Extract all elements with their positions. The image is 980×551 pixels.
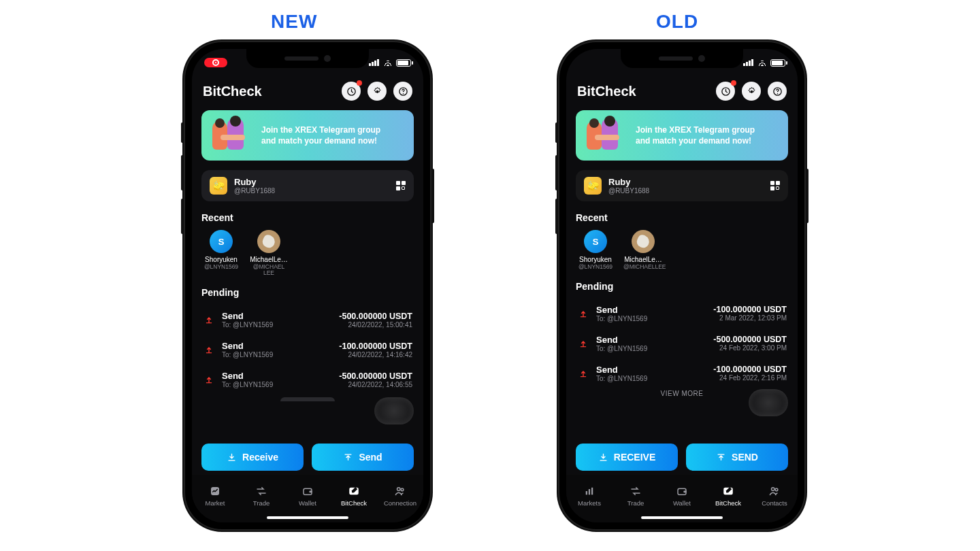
qr-icon[interactable] — [396, 181, 406, 190]
tx-date: 24/02/2022, 15:00:41 — [339, 321, 412, 329]
user-card[interactable]: 🧽 Ruby @RUBY1688 — [576, 170, 788, 201]
receive-button[interactable]: Receive — [201, 444, 304, 471]
contact-handle: @LNYN1569 — [201, 264, 241, 270]
history-icon[interactable] — [716, 82, 735, 101]
tab-wallet[interactable]: Wallet — [287, 484, 328, 507]
promo-text-2: and match your demand now! — [261, 135, 380, 146]
transaction-row[interactable]: Send To: @LNYN1569 -500.000000 USDT 24/0… — [201, 305, 414, 335]
svg-point-26 — [772, 487, 775, 490]
help-icon[interactable] — [393, 82, 412, 101]
tab-contacts[interactable]: Contacts — [754, 484, 795, 507]
svg-rect-17 — [581, 316, 586, 317]
tx-date: 24/02/2022, 14:06:55 — [339, 381, 412, 388]
tab-label: Trade — [615, 499, 656, 507]
tab-label: Trade — [241, 499, 282, 507]
promo-banner[interactable]: Join the XREX Telegram group and match y… — [576, 110, 788, 161]
svg-rect-9 — [309, 490, 312, 492]
tx-recipient: To: @LNYN1569 — [596, 345, 706, 352]
tab-icon — [569, 484, 610, 498]
transaction-row[interactable]: Send To: @LNYN1569 -100.000000 USDT 2 Ma… — [576, 299, 788, 329]
tab-market[interactable]: Market — [195, 484, 235, 507]
send-button[interactable]: Send — [312, 444, 414, 471]
cell-signal-icon — [369, 59, 380, 66]
transaction-row[interactable]: Send To: @LNYN1569 -100.000000 USDT 24/0… — [201, 335, 414, 365]
sheet-handle[interactable] — [280, 397, 335, 401]
promo-banner[interactable]: Join the XREX Telegram group and match y… — [201, 110, 414, 161]
battery-icon — [770, 59, 785, 67]
recent-contact[interactable]: S Shoryuken @LNYN1569 — [576, 230, 615, 270]
tab-trade[interactable]: Trade — [615, 484, 656, 507]
home-indicator[interactable] — [267, 516, 348, 519]
promo-text-2: and match your demand now! — [636, 135, 755, 146]
tx-date: 24/02/2022, 14:16:42 — [339, 351, 412, 358]
receive-label: RECEIVE — [614, 452, 655, 463]
transaction-row[interactable]: Send To: @LNYN1569 -100.000000 USDT 24 F… — [576, 358, 788, 388]
tab-icon — [754, 484, 795, 498]
svg-rect-18 — [581, 346, 586, 347]
tab-trade[interactable]: Trade — [241, 484, 282, 507]
tx-amount: -500.000000 USDT — [339, 312, 412, 321]
settings-icon[interactable] — [368, 82, 387, 101]
recent-contact[interactable]: S Shoryuken @LNYN1569 — [201, 230, 241, 276]
wifi-icon — [757, 59, 767, 66]
transaction-row[interactable]: Send To: @LNYN1569 -500.000000 USDT 24/0… — [201, 365, 414, 395]
tab-label: Markets — [569, 499, 610, 507]
phone-notch — [246, 49, 369, 68]
send-arrow-icon — [577, 307, 589, 320]
wifi-icon — [383, 59, 393, 66]
label-old: OLD — [656, 11, 698, 33]
svg-point-3 — [402, 93, 404, 94]
send-arrow-icon — [203, 344, 215, 356]
tab-label: BitCheck — [708, 499, 749, 507]
tab-icon — [241, 484, 282, 498]
tab-markets[interactable]: Markets — [569, 484, 610, 507]
tx-title: Send — [222, 371, 332, 381]
settings-icon[interactable] — [742, 82, 761, 101]
svg-rect-21 — [589, 489, 590, 495]
tx-amount: -100.000000 USDT — [339, 341, 412, 351]
history-icon[interactable] — [342, 82, 361, 101]
pending-heading: Pending — [201, 287, 414, 298]
tab-wallet[interactable]: Wallet — [662, 484, 702, 507]
tx-recipient: To: @LNYN1569 — [222, 321, 332, 329]
label-new: NEW — [271, 11, 317, 33]
contact-avatar — [257, 230, 280, 253]
svg-rect-4 — [206, 322, 212, 323]
tx-amount: -500.000000 USDT — [713, 335, 787, 344]
promo-text-1: Join the XREX Telegram group — [261, 124, 380, 135]
qr-icon[interactable] — [770, 181, 780, 190]
send-arrow-icon — [577, 367, 589, 380]
tab-icon — [662, 484, 702, 498]
tab-connection[interactable]: Connection — [380, 484, 421, 507]
tab-label: Market — [195, 499, 235, 507]
tab-icon — [708, 484, 749, 498]
tab-bitcheck[interactable]: BitCheck — [708, 484, 749, 507]
receive-label: Receive — [242, 452, 278, 463]
tx-date: 24 Feb 2022, 2:16 PM — [713, 374, 787, 382]
tx-date: 24 Feb 2022, 3:00 PM — [713, 344, 787, 352]
receive-button[interactable]: RECEIVE — [576, 444, 678, 471]
send-arrow-icon — [203, 373, 215, 386]
pending-heading: Pending — [576, 281, 788, 292]
tx-recipient: To: @LNYN1569 — [596, 375, 706, 382]
contact-avatar — [632, 230, 655, 253]
phone-new: BitCheck Join the XREX Telegram g — [184, 41, 431, 531]
send-arrow-icon — [203, 314, 215, 326]
contact-name: MichaelLe… — [623, 256, 663, 264]
tab-label: Wallet — [287, 499, 328, 507]
tx-date: 2 Mar 2022, 12:03 PM — [713, 314, 787, 322]
recent-contact[interactable]: MichaelLe… @MICHAELLEE — [623, 230, 663, 270]
home-indicator[interactable] — [641, 516, 723, 519]
user-card[interactable]: 🧽 Ruby @RUBY1688 — [201, 170, 414, 201]
recent-contact[interactable]: MichaelLe… @MICHAEL LEE — [249, 230, 289, 276]
tab-bitcheck[interactable]: BitCheck — [333, 484, 374, 507]
help-icon[interactable] — [768, 82, 787, 101]
tx-title: Send — [222, 311, 332, 321]
view-more-button[interactable]: VIEW MORE — [576, 390, 788, 397]
send-button[interactable]: SEND — [686, 444, 788, 471]
promo-text-1: Join the XREX Telegram group — [636, 124, 755, 135]
app-title: BitCheck — [203, 84, 262, 99]
svg-point-11 — [397, 487, 401, 490]
tab-icon — [333, 484, 374, 498]
transaction-row[interactable]: Send To: @LNYN1569 -500.000000 USDT 24 F… — [576, 329, 788, 358]
